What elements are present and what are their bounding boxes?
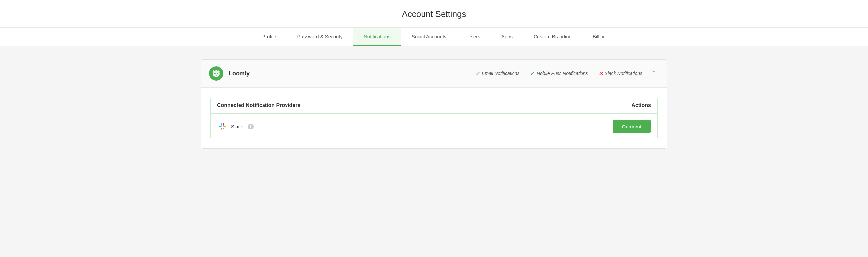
provider-header: Loomly ✓ Email Notifications ✓ Mobile Pu… — [201, 60, 667, 87]
slack-name-label: Slack — [231, 123, 243, 129]
table-header: Connected Notification Providers Actions — [211, 97, 657, 114]
tab-password-security[interactable]: Password & Security — [287, 28, 353, 46]
slack-info-icon[interactable]: i — [248, 123, 254, 130]
svg-rect-13 — [223, 125, 224, 126]
provider-logo — [209, 66, 223, 81]
page-title: Account Settings — [0, 9, 868, 27]
mobile-push-label: Mobile Push Notifications — [536, 71, 588, 76]
slack-notifications-badge: ✕ Slack Notifications — [598, 71, 642, 77]
mobile-push-badge: ✓ Mobile Push Notifications — [530, 71, 588, 77]
svg-rect-6 — [221, 123, 222, 125]
tab-apps[interactable]: Apps — [491, 28, 523, 46]
slack-notifications-label: Slack Notifications — [605, 71, 642, 76]
tab-social-accounts[interactable]: Social Accounts — [401, 28, 457, 46]
provider-body: Connected Notification Providers Actions — [201, 87, 667, 148]
slack-logo-icon — [217, 121, 228, 132]
email-check-icon: ✓ — [475, 71, 480, 77]
svg-rect-11 — [223, 127, 224, 128]
tab-notifications[interactable]: Notifications — [353, 28, 401, 46]
notification-badges: ✓ Email Notifications ✓ Mobile Push Noti… — [475, 71, 642, 77]
tab-billing[interactable]: Billing — [582, 28, 616, 46]
svg-rect-14 — [221, 127, 222, 128]
collapse-button[interactable]: ⌃ — [649, 69, 659, 78]
tab-custom-branding[interactable]: Custom Branding — [523, 28, 582, 46]
actions-heading: Actions — [631, 102, 651, 108]
connected-providers-heading: Connected Notification Providers — [217, 102, 300, 108]
slack-x-icon: ✕ — [598, 71, 603, 77]
email-notifications-badge: ✓ Email Notifications — [475, 71, 520, 77]
tab-profile[interactable]: Profile — [252, 28, 287, 46]
main-content: Loomly ✓ Email Notifications ✓ Mobile Pu… — [188, 59, 680, 149]
loomly-logo-icon — [212, 69, 221, 78]
tab-users[interactable]: Users — [457, 28, 491, 46]
slack-info: Slack i — [217, 121, 254, 132]
slack-table-row: Slack i Connect — [211, 114, 657, 139]
svg-rect-12 — [221, 125, 222, 126]
svg-rect-9 — [223, 123, 224, 125]
svg-rect-7 — [219, 125, 220, 126]
email-notifications-label: Email Notifications — [482, 71, 520, 76]
loomly-provider-card: Loomly ✓ Email Notifications ✓ Mobile Pu… — [201, 59, 667, 149]
connect-button[interactable]: Connect — [613, 120, 651, 133]
connected-providers-table: Connected Notification Providers Actions — [210, 97, 658, 139]
page-header: Account Settings Profile Password & Secu… — [0, 0, 868, 46]
tab-navigation: Profile Password & Security Notification… — [0, 27, 868, 46]
provider-name: Loomly — [229, 70, 475, 77]
mobile-push-check-icon: ✓ — [530, 71, 534, 77]
